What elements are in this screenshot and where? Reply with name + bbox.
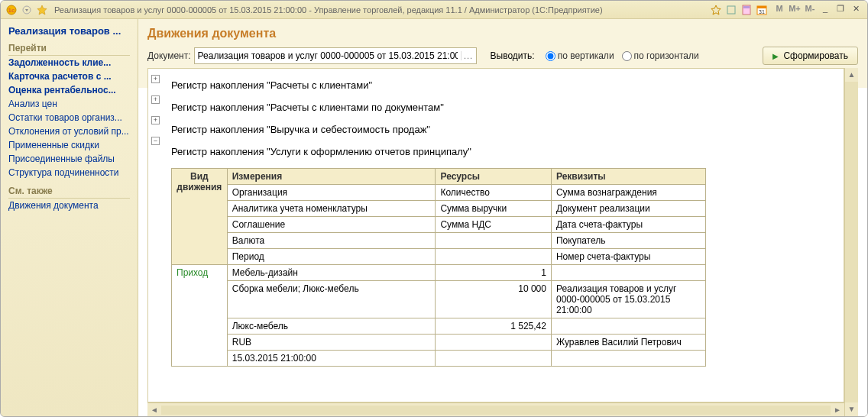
sidebar-link[interactable]: Анализ цен xyxy=(8,97,130,111)
page-title: Движения документа xyxy=(147,27,858,40)
calendar-icon[interactable]: 31 xyxy=(756,4,768,16)
generate-label: Сформировать xyxy=(783,50,848,61)
sidebar-section-see: См. также xyxy=(8,184,130,199)
sidebar-link[interactable]: Отклонения от условий пр... xyxy=(8,124,130,138)
app-window: 1c Реализация товаров и услуг 0000-00000… xyxy=(0,0,868,417)
restore-button[interactable]: ❐ xyxy=(834,4,847,16)
scroll-up-icon[interactable]: ▲ xyxy=(845,68,858,82)
toolbar: Документ: ... Выводить: по вертикали по … xyxy=(147,47,858,65)
output-label: Выводить: xyxy=(491,50,535,61)
svg-rect-7 xyxy=(757,6,766,8)
expand-toggle[interactable]: + xyxy=(151,95,160,104)
scroll-track[interactable] xyxy=(161,406,831,415)
m-button[interactable]: M xyxy=(772,4,786,16)
col-resources: Ресурсы xyxy=(436,169,552,185)
sidebar-link[interactable]: Движения документа xyxy=(8,199,130,212)
titlebar: 1c Реализация товаров и услуг 0000-00000… xyxy=(1,1,867,19)
m-minus-button[interactable]: M- xyxy=(803,4,817,16)
play-icon: ▶ xyxy=(772,52,779,60)
sidebar: Реализация товаров ... Перейти Задолженн… xyxy=(1,19,138,416)
col-attributes: Реквизиты xyxy=(551,169,705,185)
document-label: Документ: xyxy=(147,50,191,61)
sidebar-main-link[interactable]: Реализация товаров ... xyxy=(8,25,130,37)
dropdown-icon[interactable] xyxy=(21,4,33,16)
sidebar-link[interactable]: Задолженность клие... xyxy=(8,56,130,70)
scroll-down-icon[interactable]: ▼ xyxy=(845,402,858,416)
close-button[interactable]: ✕ xyxy=(849,4,863,16)
sidebar-link[interactable]: Карточка расчетов с ... xyxy=(8,70,130,83)
sidebar-link[interactable]: Оценка рентабельнос... xyxy=(8,83,130,97)
app-icon: 1c xyxy=(5,4,18,16)
register-heading: Регистр накопления "Расчеты с клиентами" xyxy=(171,79,834,91)
register-heading: Регистр накопления "Расчеты с клиентами … xyxy=(171,102,834,113)
window-title: Реализация товаров и услуг 0000-000005 о… xyxy=(54,5,603,15)
v-scrollbar[interactable]: ▲ ▼ xyxy=(844,68,858,416)
content-area: + + + − Регистр накопления "Расчеты с кл… xyxy=(147,68,844,402)
svg-rect-5 xyxy=(743,6,750,8)
body: Реализация товаров ... Перейти Задолженн… xyxy=(1,19,867,416)
scroll-right-icon[interactable]: ► xyxy=(831,406,844,414)
expand-toggle[interactable]: + xyxy=(151,75,160,83)
scroll-left-icon[interactable]: ◄ xyxy=(147,406,161,414)
m-plus-button[interactable]: M+ xyxy=(788,4,802,16)
sidebar-link[interactable]: Присоединенные файлы xyxy=(8,152,130,166)
col-dimensions: Измерения xyxy=(227,169,436,185)
star-icon[interactable] xyxy=(36,4,48,16)
register-heading: Регистр накопления "Услуги к оформлению … xyxy=(171,146,834,157)
h-scrollbar[interactable]: ◄ ► xyxy=(147,402,844,416)
sidebar-link[interactable]: Остатки товаров организ... xyxy=(8,111,130,124)
scroll-track[interactable] xyxy=(845,82,858,402)
document-field: ... xyxy=(194,47,477,64)
svg-rect-3 xyxy=(727,6,735,14)
sidebar-section-goto: Перейти xyxy=(8,41,130,56)
col-movement: Вид движения xyxy=(172,169,228,265)
calc-icon[interactable] xyxy=(740,4,753,16)
generate-button[interactable]: ▶ Сформировать xyxy=(763,47,858,65)
minimize-button[interactable]: _ xyxy=(818,4,832,16)
collapse-toggle[interactable]: − xyxy=(151,137,160,145)
expand-toggle[interactable]: + xyxy=(151,116,160,124)
fav-icon[interactable] xyxy=(710,4,722,16)
data-table: Вид движения Измерения Ресурсы Реквизиты… xyxy=(171,168,706,367)
history-icon[interactable] xyxy=(725,4,737,16)
svg-text:1c: 1c xyxy=(8,7,15,14)
radio-vertical[interactable]: по вертикали xyxy=(546,50,614,61)
svg-text:31: 31 xyxy=(759,9,765,15)
sidebar-link[interactable]: Структура подчиненности xyxy=(8,166,130,179)
movement-type: Приход xyxy=(172,265,228,367)
main: Движения документа Документ: ... Выводит… xyxy=(138,19,867,416)
document-select-button[interactable]: ... xyxy=(461,51,476,60)
sidebar-link[interactable]: Примененные скидки xyxy=(8,138,130,152)
register-heading: Регистр накопления "Выручка и себестоимо… xyxy=(171,124,834,135)
document-input[interactable] xyxy=(195,50,461,61)
radio-horizontal[interactable]: по горизонтали xyxy=(622,50,699,61)
